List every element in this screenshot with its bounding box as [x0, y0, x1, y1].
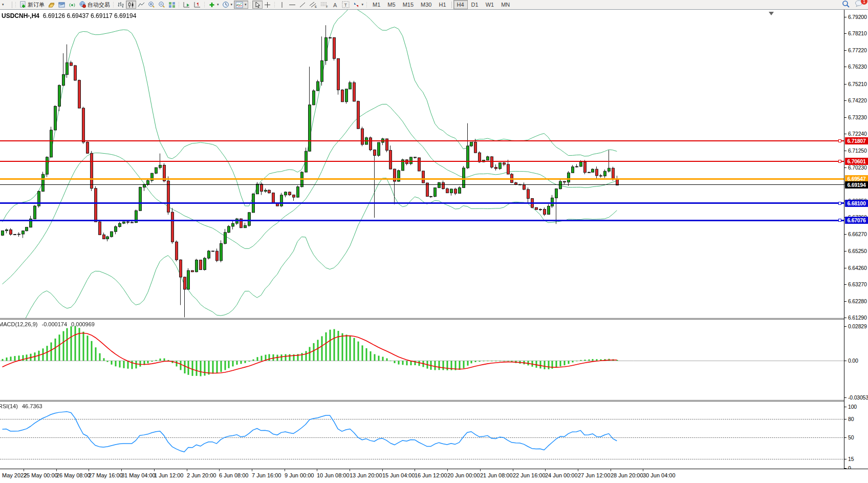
timeframe-button-m15[interactable]: M15 [399, 0, 417, 9]
chevron-down-icon: ▾ [231, 3, 233, 7]
chat-button[interactable]: 1 [855, 0, 863, 9]
time-tick [89, 469, 89, 471]
periods-button[interactable]: ▾ [221, 1, 234, 9]
ohlc-values: 6.69126 6.69437 6.69117 6.69194 [43, 12, 137, 19]
price-tick-label: 6.77220 [844, 47, 868, 53]
timeframe-button-m1[interactable]: M1 [369, 0, 384, 9]
symbol-name: USDCNH-,H4 [2, 12, 39, 19]
tile-windows-button[interactable] [167, 1, 177, 9]
time-tick [415, 469, 415, 471]
hline-6.70601[interactable] [0, 161, 844, 162]
rsi-axis-label: 50 [844, 434, 868, 440]
indicators-icon [208, 2, 215, 8]
time-tick [382, 469, 383, 471]
price-chart-canvas[interactable] [0, 10, 844, 318]
macd-panel[interactable]: MACD(12,26,9) -0.000174 0.000969 [0, 320, 844, 400]
time-tick [56, 469, 57, 471]
price-tick-label: 6.72240 [844, 131, 868, 137]
time-tick [285, 469, 285, 471]
bar-chart-button[interactable] [116, 1, 126, 9]
hline-6.68100[interactable] [0, 202, 844, 204]
hline-handle[interactable] [838, 139, 841, 142]
search-button[interactable] [842, 0, 850, 10]
toolbar-grip [204, 2, 206, 8]
time-axis-label: 7 Jun 16:00 [252, 472, 281, 478]
separator [12, 2, 12, 8]
price-axis[interactable]: 6.792006.782106.772206.762306.752106.742… [844, 10, 868, 469]
trendline-button[interactable] [297, 1, 308, 9]
hline-handle[interactable] [838, 202, 841, 205]
chart-shift-icon [193, 2, 201, 8]
toolbar: ▾ 新订单 自动交易 ▾ [0, 0, 868, 10]
time-tick [252, 469, 252, 471]
time-tick [611, 469, 611, 471]
hline-handle[interactable] [838, 219, 841, 222]
cursor-icon [254, 2, 261, 8]
symbol-dropdown[interactable]: ▾ [0, 1, 10, 9]
templates-button[interactable]: ▾ [234, 1, 248, 9]
time-axis-label: 31 May 04:00 [121, 472, 156, 478]
macd-axis-label: -0.030537 [844, 394, 868, 401]
fibonacci-button[interactable]: F [319, 1, 330, 9]
time-axis-label: 9 Jun 00:00 [285, 472, 314, 478]
tile-windows-icon [168, 2, 176, 8]
timeframe-button-h4[interactable]: H4 [453, 0, 468, 9]
arrows-button[interactable]: ▾ [351, 1, 365, 9]
vertical-line-button[interactable] [277, 1, 287, 9]
profiles-icon [58, 2, 66, 8]
time-axis-label: 24 Jun 00:00 [545, 472, 578, 478]
auto-scroll-button[interactable] [181, 1, 192, 9]
crosshair-button[interactable] [263, 1, 273, 9]
indicators-button[interactable]: ▾ [207, 1, 221, 9]
new-order-icon [19, 1, 27, 8]
rsi-name: RSI(14) [0, 403, 18, 409]
autotrading-button[interactable]: 自动交易 [77, 1, 112, 9]
zoom-in-button[interactable] [146, 1, 157, 9]
hline-handle[interactable] [838, 160, 841, 163]
panel-separator [0, 400, 868, 401]
time-tick [447, 469, 448, 471]
chart-shift-button[interactable] [192, 1, 203, 9]
price-chart-panel[interactable]: USDCNH-,H4 6.69126 6.69437 6.69117 6.691… [0, 10, 844, 318]
hline-6.67076[interactable] [0, 220, 844, 221]
timeframe-button-m5[interactable]: M5 [384, 0, 399, 9]
horizontal-line-button[interactable] [287, 1, 297, 9]
profiles-button[interactable] [57, 1, 67, 9]
new-order-button[interactable]: 新订单 [18, 1, 46, 9]
channel-icon: E [309, 1, 317, 8]
signals-button[interactable] [67, 1, 77, 9]
text-label-button[interactable]: T [340, 1, 351, 9]
channel-button[interactable]: E [308, 1, 319, 9]
hline-6.71807[interactable] [0, 140, 844, 141]
rsi-axis-label: 15 [844, 456, 868, 462]
timeframe-button-m30[interactable]: M30 [417, 0, 435, 9]
timeframe-button-d1[interactable]: D1 [468, 0, 482, 9]
time-axis-label: 6 Jun 08:00 [219, 472, 249, 478]
timeframe-button-h1[interactable]: H1 [435, 0, 449, 9]
macd-label: MACD(12,26,9) -0.000174 0.000969 [0, 321, 95, 327]
timeframe-button-w1[interactable]: W1 [482, 0, 498, 9]
hline-6.69194[interactable] [0, 184, 844, 185]
search-icon [842, 0, 850, 8]
candlestick-chart-button[interactable] [126, 1, 136, 9]
zoom-out-button[interactable] [157, 1, 167, 9]
time-axis-label: 25 May 00:00 [24, 472, 58, 478]
macd-canvas[interactable] [0, 320, 844, 400]
price-tick-label: 6.70230 [844, 164, 868, 171]
new-chart-button[interactable] [46, 1, 57, 9]
line-chart-icon [138, 2, 145, 8]
chart-shift-marker[interactable] [769, 12, 774, 15]
cursor-button[interactable] [252, 1, 263, 9]
rsi-panel[interactable]: RSI(14) 46.7363 [0, 402, 844, 468]
hline-6.69547[interactable] [0, 178, 844, 180]
line-chart-button[interactable] [136, 1, 146, 9]
time-tick [24, 469, 24, 471]
time-axis[interactable]: May 202225 May 00:0026 May 08:0027 May 1… [0, 469, 868, 483]
macd-axis-label: 0.02829 [844, 323, 868, 329]
timeframe-button-mn[interactable]: MN [497, 0, 513, 9]
arrows-icon [353, 2, 360, 8]
time-axis-label: 30 Jun 04:00 [643, 472, 676, 478]
separator [451, 2, 452, 8]
text-button[interactable]: A [330, 1, 340, 9]
rsi-canvas[interactable] [0, 402, 844, 468]
